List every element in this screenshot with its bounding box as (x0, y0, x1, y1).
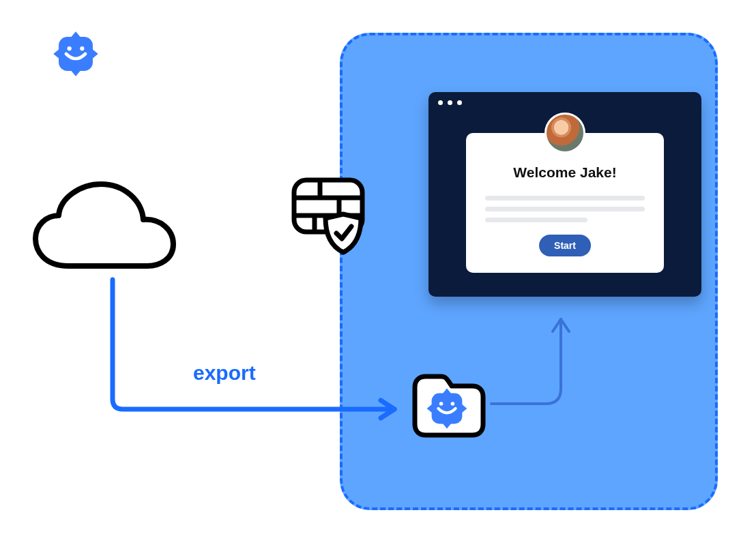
welcome-card: Welcome Jake! Start (466, 133, 664, 273)
cloud-icon (27, 177, 181, 280)
svg-point-19 (451, 402, 455, 406)
svg-marker-3 (53, 48, 59, 59)
svg-rect-13 (432, 394, 463, 424)
svg-point-5 (68, 46, 72, 50)
svg-point-6 (80, 46, 84, 50)
svg-marker-15 (442, 423, 452, 428)
svg-marker-14 (442, 389, 452, 394)
svg-marker-2 (70, 70, 81, 76)
window-controls-icon (438, 100, 462, 105)
placeholder-line (485, 218, 587, 222)
avatar (544, 113, 585, 153)
export-label: export (193, 361, 256, 385)
welcome-heading: Welcome Jake! (466, 164, 664, 181)
diagram-canvas: Welcome Jake! Start (0, 0, 756, 549)
start-button[interactable]: Start (539, 235, 591, 256)
svg-marker-16 (427, 404, 433, 413)
logo-icon (49, 27, 102, 80)
app-window: Welcome Jake! Start (428, 92, 701, 297)
svg-marker-4 (91, 48, 98, 59)
firewall-shield-icon (290, 176, 366, 258)
placeholder-line (485, 196, 645, 201)
svg-rect-0 (59, 37, 93, 71)
svg-marker-1 (70, 31, 81, 38)
logo-icon (423, 385, 471, 432)
placeholder-line (485, 207, 645, 211)
svg-marker-17 (461, 404, 467, 413)
svg-point-18 (439, 402, 444, 406)
